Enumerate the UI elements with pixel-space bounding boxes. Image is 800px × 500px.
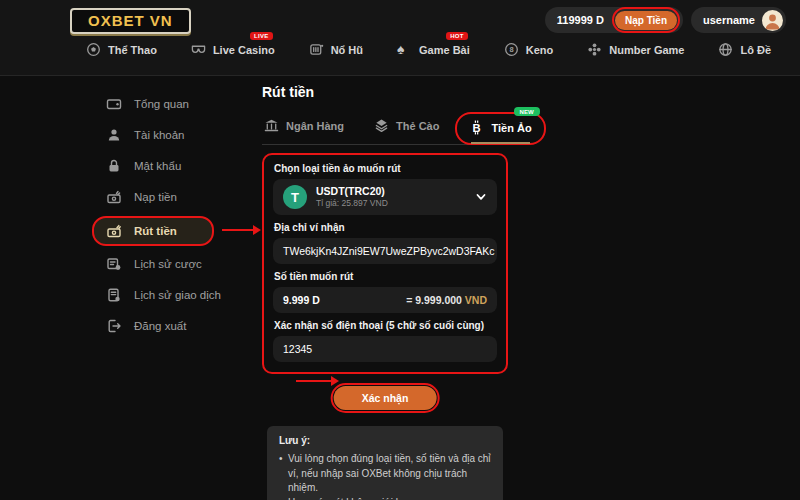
username-label: username — [703, 14, 755, 26]
sidebar-item-mat-khau[interactable]: Mật khẩu — [96, 154, 246, 178]
withdraw-tabs: Ngân Hàng Thẻ Cào NEW B Tiền Ảo — [262, 116, 508, 145]
amount-input[interactable]: 9.999 D = 9.999.000 VND — [273, 287, 497, 313]
user-menu[interactable]: username — [691, 7, 786, 33]
mask-icon — [191, 42, 206, 57]
annotation-circle-deposit-button: Nạp Tiền — [612, 7, 680, 33]
keno-ball-icon: 8 — [504, 42, 519, 57]
sidebar-item-tong-quan[interactable]: Tổng quan — [96, 92, 246, 116]
sidebar-item-label: Tổng quan — [134, 98, 189, 110]
note-item: Hạn mức rút không giới hạn. — [279, 496, 491, 500]
nav-label: Game Bài — [419, 44, 470, 56]
nav-label: Lô Đề — [740, 44, 771, 56]
active-tab-underline — [471, 142, 529, 144]
tab-label: Ngân Hàng — [286, 120, 344, 132]
nav-item-live-casino[interactable]: LIVE Live Casino — [191, 42, 275, 57]
amount-currency-label: VND — [465, 294, 487, 306]
svg-text:B: B — [473, 122, 481, 134]
page: OXBET VN 119999 D Nạp Tiền username — [0, 0, 800, 500]
user-icon — [106, 127, 122, 143]
tab-label: Thẻ Cào — [396, 120, 439, 132]
sidebar-item-label: Lịch sử cược — [134, 258, 202, 270]
withdraw-panel: Rút tiền Ngân Hàng Thẻ Cào NEW B Tiền Ảo — [262, 84, 508, 500]
wallet-icon — [106, 96, 122, 112]
confirm-button[interactable]: Xác nhận — [334, 386, 437, 410]
sidebar-item-nap-tien[interactable]: Nạp tiền — [96, 185, 246, 209]
nav-item-the-thao[interactable]: Thể Thao — [86, 42, 157, 57]
deposit-icon — [106, 189, 122, 205]
currency-select[interactable]: T USDT(TRC20) Tỉ giá: 25.897 VND — [273, 179, 497, 215]
sidebar-item-dang-xuat[interactable]: Đăng xuất — [96, 314, 246, 338]
wallet-address-input[interactable]: TWe6kjKn4JZni9EW7UweZPByvc2wD3FAKc — [273, 238, 497, 264]
lock-icon — [106, 158, 122, 174]
header-account-area: 119999 D Nạp Tiền username — [545, 7, 786, 33]
currency-rate: Tỉ giá: 25.897 VND — [316, 198, 466, 209]
globe-icon — [718, 42, 733, 57]
amount-converted: = 9.999.000 VND — [406, 294, 487, 306]
annotation-circle-submit-button: Xác nhận — [331, 383, 440, 413]
bet-history-icon — [106, 256, 122, 272]
sidebar-item-label: Rút tiền — [134, 225, 177, 237]
account-sidebar: Tổng quan Tài khoản Mật khẩu Nạp tiền Rú… — [96, 92, 246, 345]
submit-row: Xác nhận — [262, 383, 508, 413]
hot-badge: HOT — [446, 32, 468, 40]
balance-value: 119999 D — [557, 14, 604, 26]
number-flower-icon — [587, 42, 602, 57]
annotation-box-withdraw-form: Chọn loại tiền ảo muốn rút T USDT(TRC20)… — [262, 153, 508, 374]
nav-item-keno[interactable]: 8 Keno — [504, 42, 554, 57]
tab-label: Tiền Ảo — [491, 122, 531, 134]
nav-item-no-hu[interactable]: Nổ Hũ — [309, 42, 363, 57]
notes-box: Lưu ý: Vui lòng chọn đúng loại tiền, số … — [267, 426, 503, 500]
deposit-button[interactable]: Nạp Tiền — [615, 11, 677, 30]
amount-value: 9.999 D — [283, 294, 320, 306]
soccer-ball-icon — [86, 42, 101, 57]
nav-label: Thể Thao — [108, 44, 157, 56]
card-layers-icon — [374, 118, 389, 133]
tab-tien-ao[interactable]: NEW B Tiền Ảo — [455, 112, 545, 145]
spade-icon: ♠ — [397, 42, 412, 57]
new-badge: NEW — [514, 107, 540, 116]
usdt-icon: T — [283, 185, 307, 209]
sidebar-item-tai-khoan[interactable]: Tài khoản — [96, 123, 246, 147]
sidebar-item-label: Lịch sử giao dịch — [134, 289, 221, 301]
nav-label: Nổ Hũ — [331, 44, 363, 56]
top-header: OXBET VN 119999 D Nạp Tiền username — [0, 0, 800, 76]
brand-logo[interactable]: OXBET VN — [70, 8, 191, 34]
brand-logo-text: OXBET VN — [88, 12, 173, 29]
nav-item-game-bai[interactable]: HOT ♠ Game Bài — [397, 42, 470, 57]
wallet-address-label: Địa chỉ ví nhận — [274, 222, 497, 233]
note-item: Vui lòng chọn đúng loại tiền, số tiền và… — [279, 452, 491, 496]
nav-label: Keno — [526, 44, 554, 56]
sidebar-item-rut-tien[interactable]: Rút tiền — [92, 216, 214, 246]
bank-icon — [264, 118, 279, 133]
sidebar-item-lich-su-giao-dich[interactable]: Lịch sử giao dịch — [96, 283, 246, 307]
tab-the-cao[interactable]: Thẻ Cào — [372, 116, 441, 135]
amount-converted-value: = 9.999.000 — [406, 294, 465, 306]
svg-text:8: 8 — [509, 45, 513, 54]
live-badge: LIVE — [250, 32, 273, 40]
notes-title: Lưu ý: — [279, 435, 491, 446]
currency-option: USDT(TRC20) Tỉ giá: 25.897 VND — [316, 185, 466, 209]
logout-icon — [106, 318, 122, 334]
phone-confirm-input[interactable]: 12345 — [273, 336, 497, 362]
withdraw-icon — [106, 223, 122, 239]
currency-name: USDT(TRC20) — [316, 185, 466, 198]
nav-item-lo-de[interactable]: Lô Đề — [718, 42, 771, 57]
currency-select-label: Chọn loại tiền ảo muốn rút — [274, 163, 497, 174]
tab-ngan-hang[interactable]: Ngân Hàng — [262, 116, 346, 135]
bitcoin-icon: B — [469, 120, 484, 135]
sidebar-item-label: Mật khẩu — [134, 160, 181, 172]
page-title: Rút tiền — [262, 84, 508, 100]
annotation-arrow-sidebar — [222, 229, 254, 231]
avatar-icon — [762, 10, 783, 31]
slot-machine-icon — [309, 42, 324, 57]
sidebar-item-label: Tài khoản — [134, 129, 185, 141]
amount-label: Số tiền muốn rút — [274, 271, 497, 282]
transaction-history-icon — [106, 287, 122, 303]
chevron-down-icon — [475, 191, 487, 203]
sidebar-item-lich-su-cuoc[interactable]: Lịch sử cược — [96, 252, 246, 276]
sidebar-item-label: Đăng xuất — [134, 320, 186, 332]
phone-confirm-label: Xác nhận số điện thoại (5 chữ số cuối cù… — [274, 320, 497, 331]
nav-item-number-game[interactable]: Number Game — [587, 42, 684, 57]
sidebar-item-label: Nạp tiền — [134, 191, 177, 203]
balance-pill: 119999 D Nạp Tiền — [545, 7, 683, 33]
